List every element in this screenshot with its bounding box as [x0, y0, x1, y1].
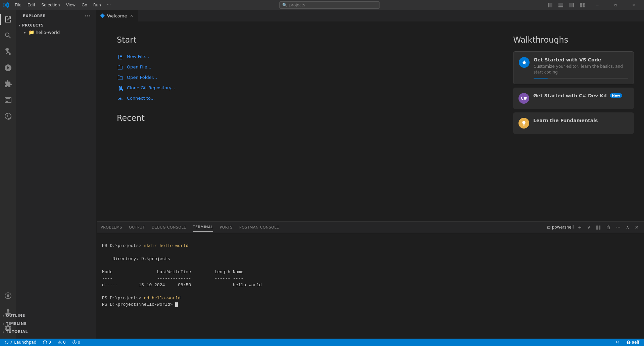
menu-more[interactable]: ···: [104, 2, 113, 8]
activity-source-control[interactable]: [0, 44, 16, 60]
tab-welcome-close[interactable]: ✕: [129, 13, 134, 18]
svg-rect-4: [569, 3, 572, 7]
menu-file[interactable]: File: [12, 2, 24, 8]
activity-launchpad[interactable]: [0, 288, 16, 304]
open-file-icon: [117, 64, 123, 70]
chevron-right-icon: ▸: [24, 31, 26, 34]
activity-timeline[interactable]: [0, 108, 16, 124]
sidebar-title: Explorer ···: [16, 10, 96, 22]
status-zoom[interactable]: [614, 339, 622, 346]
svg-rect-3: [558, 6, 563, 7]
split-panel-button[interactable]: [595, 224, 602, 231]
menu-selection[interactable]: Selection: [39, 2, 62, 8]
svg-rect-11: [596, 226, 598, 230]
tab-postman-console[interactable]: POSTMAN CONSOLE: [239, 223, 279, 232]
tab-problems[interactable]: PROBLEMS: [101, 223, 122, 232]
menu-view[interactable]: View: [63, 2, 78, 8]
customize-layout-button[interactable]: [578, 1, 587, 9]
section-tutorial[interactable]: ▸ Tutorial: [16, 328, 96, 335]
walkthrough-fundamentals-name: Learn the Fundamentals: [533, 118, 629, 123]
restore-button[interactable]: ⧉: [608, 0, 623, 10]
welcome-right: Walkthroughs Get Started with VS Code Cu…: [503, 22, 644, 221]
activity-run-debug[interactable]: [0, 60, 16, 76]
svg-point-15: [45, 343, 45, 343]
walkthrough-vscode[interactable]: Get Started with VS Code Customize your …: [513, 51, 634, 84]
section-projects[interactable]: ▾ Projects: [16, 22, 96, 29]
sidebar-more-button[interactable]: ···: [83, 12, 92, 20]
walkthrough-bulb-icon: [518, 118, 529, 129]
tab-welcome-icon: 🔷: [100, 13, 105, 18]
activity-search[interactable]: [0, 28, 16, 44]
walkthrough-csharp[interactable]: C# Get Started with C# Dev Kit New: [513, 88, 634, 109]
minimize-button[interactable]: −: [590, 0, 605, 10]
status-warnings-text: 0: [63, 340, 66, 345]
svg-rect-12: [599, 226, 600, 230]
status-info[interactable]: 0: [70, 339, 83, 346]
close-button[interactable]: ✕: [626, 0, 641, 10]
status-errors[interactable]: 0: [41, 339, 53, 346]
folder-icon: 📁: [29, 30, 34, 35]
start-title: Start: [117, 35, 483, 45]
panel-more-button[interactable]: ···: [615, 224, 622, 231]
menu-bar: File Edit Selection View Go Run ···: [12, 2, 113, 8]
svg-point-21: [74, 341, 75, 342]
tree-item-label: hello-world: [36, 30, 60, 35]
walkthrough-progress-fill: [534, 78, 548, 79]
status-left: ⚡ Launchpad 0 0 0: [3, 339, 82, 346]
status-account[interactable]: aelf: [625, 339, 641, 346]
section-outline[interactable]: ▸ Outline: [16, 312, 96, 319]
svg-rect-1: [549, 3, 552, 7]
walkthrough-fundamentals-text: Learn the Fundamentals: [533, 118, 629, 125]
tab-welcome-label: Welcome: [107, 13, 127, 18]
svg-rect-9: [583, 5, 585, 7]
panel-close-button[interactable]: ✕: [633, 224, 640, 231]
menu-go[interactable]: Go: [79, 2, 90, 8]
walkthrough-star-icon: [519, 57, 530, 68]
status-remote[interactable]: ⚡ Launchpad: [3, 339, 38, 346]
tree-hello-world[interactable]: ▸ 📁 hello-world: [16, 29, 96, 36]
toggle-bottom-panel-button[interactable]: [556, 1, 565, 9]
toggle-primary-sidebar-button[interactable]: [545, 1, 555, 9]
svg-rect-0: [548, 3, 549, 7]
status-warnings[interactable]: 0: [56, 339, 68, 346]
sidebar: Explorer ··· ▾ Projects ▸ 📁 hello-world …: [16, 10, 97, 339]
tab-output[interactable]: OUTPUT: [129, 223, 145, 232]
walkthrough-vscode-name: Get Started with VS Code: [534, 57, 628, 62]
walkthroughs-title: Walkthroughs: [513, 35, 634, 45]
connect-to-link[interactable]: Connect to...: [117, 93, 483, 103]
activity-extensions[interactable]: [0, 76, 16, 92]
section-projects-label: Projects: [22, 23, 44, 28]
open-file-link[interactable]: Open File...: [117, 62, 483, 72]
new-badge: New: [610, 93, 622, 98]
svg-rect-2: [558, 3, 563, 6]
panel-maximize-button[interactable]: ∧: [625, 224, 631, 231]
kill-terminal-button[interactable]: 🗑: [605, 224, 612, 231]
new-file-link[interactable]: New File...: [117, 51, 483, 62]
activity-explorer[interactable]: [0, 11, 16, 28]
walkthrough-csharp-name: Get Started with C# Dev Kit New: [533, 93, 629, 98]
search-area: 🔍 projects: [116, 1, 543, 9]
activity-remote-explorer[interactable]: [0, 92, 16, 108]
walkthrough-fundamentals[interactable]: Learn the Fundamentals: [513, 112, 634, 134]
svg-rect-6: [580, 3, 582, 5]
search-input[interactable]: 🔍 projects: [279, 1, 380, 9]
menu-edit[interactable]: Edit: [25, 2, 38, 8]
add-terminal-button[interactable]: +: [577, 224, 583, 231]
walkthrough-vscode-text: Get Started with VS Code Customize your …: [534, 57, 628, 79]
tab-debug-console[interactable]: DEBUG CONSOLE: [152, 223, 186, 232]
tab-terminal[interactable]: TERMINAL: [193, 223, 213, 232]
walkthrough-vscode-desc: Customize your editor, learn the basics,…: [534, 64, 628, 75]
tab-welcome[interactable]: 🔷 Welcome ✕: [97, 10, 138, 21]
activity-bar: [0, 10, 16, 339]
clone-repo-link[interactable]: Clone Git Repository...: [117, 83, 483, 93]
status-bar: ⚡ Launchpad 0 0 0 aelf: [0, 339, 644, 346]
recent-title: Recent: [117, 113, 483, 123]
svg-rect-5: [573, 3, 574, 7]
section-timeline[interactable]: ▸ Timeline: [16, 320, 96, 327]
open-folder-link[interactable]: Open Folder...: [117, 72, 483, 83]
tab-ports[interactable]: PORTS: [220, 223, 233, 232]
menu-run[interactable]: Run: [91, 2, 104, 8]
toggle-secondary-sidebar-button[interactable]: [567, 1, 576, 9]
terminal-split-button[interactable]: ∨: [586, 224, 592, 231]
section-outline-label: Outline: [16, 313, 25, 318]
